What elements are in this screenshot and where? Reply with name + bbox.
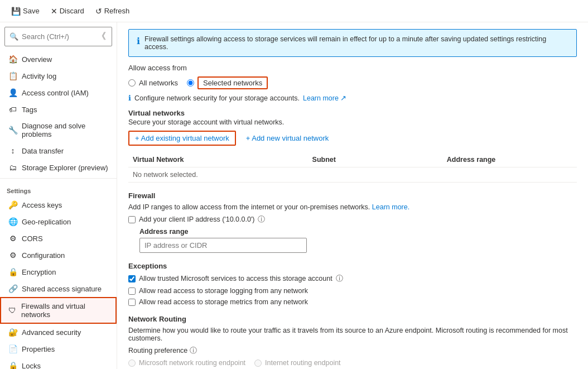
routing-pref-info-icon: ⓘ — [190, 346, 197, 356]
firewalls-icon: 🛡 — [8, 306, 17, 315]
vnet-table: Virtual Network Subnet Address range No … — [128, 152, 577, 183]
locks-icon: 🔒 — [8, 361, 17, 369]
firewall-learn-more-link[interactable]: Learn more. — [372, 203, 409, 211]
client-ip-checkbox[interactable] — [128, 216, 136, 223]
sidebar-item-firewalls[interactable]: 🛡 Firewalls and virtual networks — [0, 297, 117, 324]
refresh-button[interactable]: ↺ Refresh — [91, 4, 134, 18]
settings-section-label: Settings — [0, 181, 117, 197]
exception1-info-icon: ⓘ — [336, 274, 343, 284]
firewall-title: Firewall — [128, 191, 577, 200]
configure-info-icon: ℹ — [128, 94, 131, 102]
encryption-icon: 🔒 — [8, 267, 17, 276]
firewall-desc: Add IP ranges to allow access from the i… — [128, 203, 577, 211]
activity-log-icon: 📋 — [8, 71, 17, 80]
cors-icon: ⚙ — [8, 234, 17, 243]
client-ip-checkbox-row: Add your client IP address ('10.0.0.0') … — [128, 214, 577, 224]
data-transfer-icon: ↕ — [8, 146, 17, 155]
search-box[interactable]: 🔍 《 — [4, 27, 112, 46]
col-header-subnet: Subnet — [308, 152, 442, 167]
allow-access-from-section: Allow access from All networks Selected … — [128, 64, 577, 89]
exception3-checkbox[interactable] — [128, 299, 136, 306]
address-range-label: Address range — [139, 228, 577, 236]
content-area: ℹ Firewall settings allowing access to s… — [117, 22, 588, 369]
save-icon: 💾 — [11, 7, 21, 16]
sidebar-item-locks[interactable]: 🔒 Locks — [0, 357, 117, 369]
virtual-networks-title: Virtual networks — [128, 109, 577, 117]
col-header-addr-range: Address range — [442, 152, 577, 167]
exception2-checkbox[interactable] — [128, 287, 136, 295]
sidebar-item-advanced-security[interactable]: 🔐 Advanced security — [0, 324, 117, 341]
learn-more-link[interactable]: Learn more ↗ — [303, 94, 346, 102]
exception1-checkbox[interactable] — [128, 275, 136, 282]
add-existing-vnet-button[interactable]: + Add existing virtual network — [128, 131, 236, 146]
table-empty-message: No network selected. — [128, 167, 577, 183]
table-empty-row: No network selected. — [128, 167, 577, 183]
search-input[interactable] — [22, 32, 93, 41]
selected-networks-radio[interactable] — [187, 79, 194, 87]
routing-desc: Determine how you would like to route yo… — [128, 327, 577, 342]
ms-routing-option[interactable]: Microsoft network routing endpoint — [128, 359, 245, 367]
geo-replication-icon: 🌐 — [8, 217, 17, 226]
vnet-actions: + Add existing virtual network + Add new… — [128, 131, 577, 146]
sidebar-item-configuration[interactable]: ⚙ Configuration — [0, 247, 117, 263]
info-banner-icon: ℹ — [137, 36, 140, 46]
sidebar-item-access-keys[interactable]: 🔑 Access keys — [0, 197, 117, 213]
sidebar-item-shared-access[interactable]: 🔗 Shared access signature — [0, 280, 117, 297]
access-keys-icon: 🔑 — [8, 200, 17, 209]
advanced-security-icon: 🔐 — [8, 328, 17, 337]
sidebar-item-data-transfer[interactable]: ↕ Data transfer — [0, 142, 117, 159]
selected-networks-label: Selected networks — [197, 76, 268, 89]
sidebar-item-storage-explorer[interactable]: 🗂 Storage Explorer (preview) — [0, 159, 117, 176]
storage-explorer-icon: 🗂 — [8, 163, 17, 172]
main-container: 🔍 《 🏠 Overview 📋 Activity log 👤 Access c… — [0, 22, 588, 369]
exceptions-title: Exceptions — [128, 262, 577, 270]
sidebar-item-cors[interactable]: ⚙ CORS — [0, 230, 117, 247]
properties-icon: 📄 — [8, 344, 17, 353]
sidebar-item-geo-replication[interactable]: 🌐 Geo-replication — [0, 213, 117, 230]
internet-routing-option[interactable]: Internet routing endpoint — [254, 359, 341, 367]
selected-networks-option[interactable]: Selected networks — [187, 76, 268, 89]
internet-routing-radio — [254, 360, 262, 367]
virtual-networks-sub: Secure your storage account with virtual… — [128, 118, 577, 126]
sidebar-item-overview[interactable]: 🏠 Overview — [0, 51, 117, 68]
allow-access-label: Allow access from — [128, 64, 577, 72]
refresh-icon: ↺ — [95, 7, 102, 16]
ms-routing-radio — [128, 360, 136, 367]
exceptions-section: Exceptions Allow trusted Microsoft servi… — [128, 262, 577, 306]
sidebar-item-properties[interactable]: 📄 Properties — [0, 341, 117, 357]
firewall-section: Firewall Add IP ranges to allow access f… — [128, 191, 577, 253]
discard-button[interactable]: ✕ Discard — [46, 4, 89, 18]
sidebar-item-encryption[interactable]: 🔒 Encryption — [0, 263, 117, 280]
col-header-vnet: Virtual Network — [128, 152, 308, 167]
exception2-row: Allow read access to storage logging fro… — [128, 287, 577, 295]
routing-title: Network Routing — [128, 315, 577, 323]
sidebar-item-access-control[interactable]: 👤 Access control (IAM) — [0, 84, 117, 101]
access-radio-group: All networks Selected networks — [128, 76, 577, 89]
configuration-icon: ⚙ — [8, 251, 17, 260]
sidebar-item-tags[interactable]: 🏷 Tags — [0, 101, 117, 118]
sidebar: 🔍 《 🏠 Overview 📋 Activity log 👤 Access c… — [0, 22, 117, 369]
discard-icon: ✕ — [51, 7, 57, 16]
save-button[interactable]: 💾 Save — [7, 4, 44, 18]
routing-pref-label: Routing preference ⓘ — [128, 346, 577, 356]
search-icon: 🔍 — [9, 32, 18, 41]
address-range-input[interactable] — [139, 238, 307, 253]
overview-icon: 🏠 — [8, 55, 17, 64]
sidebar-item-diagnose[interactable]: 🔧 Diagnose and solve problems — [0, 118, 117, 142]
exception1-row: Allow trusted Microsoft services to acce… — [128, 274, 577, 284]
client-ip-info-icon: ⓘ — [258, 214, 265, 224]
all-networks-radio[interactable] — [128, 79, 136, 87]
access-control-icon: 👤 — [8, 88, 17, 97]
toolbar: 💾 Save ✕ Discard ↺ Refresh — [0, 0, 588, 22]
info-banner: ℹ Firewall settings allowing access to s… — [128, 29, 577, 57]
all-networks-option[interactable]: All networks — [128, 79, 178, 87]
tags-icon: 🏷 — [8, 105, 17, 114]
content-inner: Allow access from All networks Selected … — [117, 64, 588, 369]
configure-info: ℹ Configure network security for your st… — [128, 94, 577, 102]
diagnose-icon: 🔧 — [8, 126, 17, 135]
routing-section: Network Routing Determine how you would … — [128, 315, 577, 369]
collapse-button[interactable]: 《 — [96, 30, 107, 44]
routing-radio-group: Microsoft network routing endpoint Inter… — [128, 359, 577, 367]
add-new-vnet-button[interactable]: + Add new virtual network — [240, 131, 335, 146]
sidebar-item-activity-log[interactable]: 📋 Activity log — [0, 68, 117, 84]
